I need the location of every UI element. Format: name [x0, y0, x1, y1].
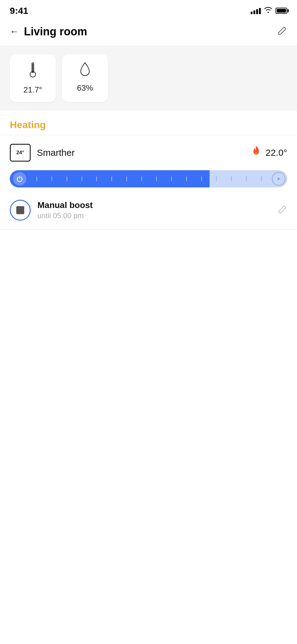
temperature-value: 21.7°	[23, 85, 42, 95]
page-title: Living room	[24, 25, 87, 38]
timeline-bar-container[interactable]	[0, 168, 297, 194]
boost-edit-button[interactable]	[278, 205, 287, 216]
svg-marker-3	[278, 177, 280, 180]
thermometer-icon	[27, 61, 38, 81]
timeline-power-icon	[13, 172, 26, 186]
divider-bottom	[0, 229, 297, 230]
battery-icon	[276, 8, 287, 14]
boost-title: Manual boost	[37, 200, 93, 210]
manual-boost-row: Manual boost until 05:00 pm	[0, 194, 297, 229]
timeline-play-button[interactable]	[272, 172, 285, 186]
stop-icon	[16, 206, 24, 214]
device-right: 22.0°	[251, 145, 287, 160]
temperature-card: 21.7°	[10, 54, 56, 102]
header-left: ← Living room	[10, 25, 87, 38]
edit-button[interactable]	[277, 26, 287, 38]
boost-left: Manual boost until 05:00 pm	[10, 200, 93, 221]
wifi-icon	[264, 6, 272, 15]
timeline-bar[interactable]	[10, 170, 287, 187]
thermostat-icon: 24°	[10, 144, 31, 162]
stop-boost-button[interactable]	[10, 200, 31, 221]
boost-subtitle: until 05:00 pm	[37, 211, 93, 220]
boost-info: Manual boost until 05:00 pm	[37, 200, 93, 220]
status-time: 9:41	[10, 6, 28, 16]
heating-section-label: Heating	[0, 111, 297, 135]
flame-icon	[251, 145, 261, 160]
sensor-section: 21.7° 63%	[0, 45, 297, 111]
device-left: 24° Smarther	[10, 144, 75, 162]
humidity-value: 63%	[77, 83, 93, 93]
back-button[interactable]: ←	[10, 27, 18, 37]
thermostat-icon-label: 24°	[16, 150, 24, 156]
signal-icon	[251, 7, 261, 14]
device-row: 24° Smarther 22.0°	[0, 135, 297, 168]
page-header: ← Living room	[0, 19, 297, 45]
humidity-icon	[79, 61, 91, 80]
timeline-ticks	[26, 176, 272, 181]
status-bar: 9:41	[0, 0, 297, 19]
device-name: Smarther	[37, 147, 75, 158]
device-temperature: 22.0°	[266, 147, 287, 158]
status-icons	[251, 6, 287, 15]
humidity-card: 63%	[62, 54, 108, 102]
